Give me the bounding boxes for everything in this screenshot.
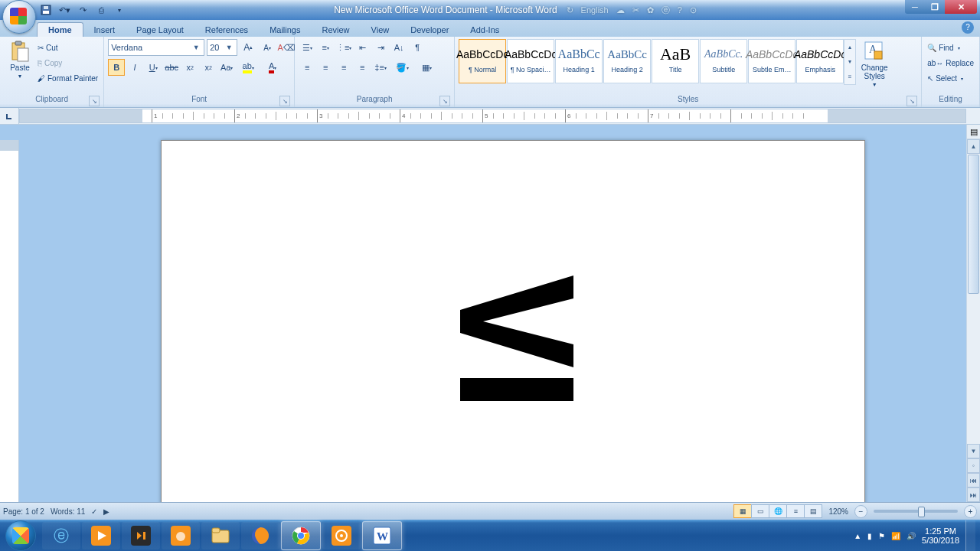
tray-flag-icon[interactable]: ⚑ xyxy=(878,532,885,540)
paste-button[interactable]: Paste ▼ xyxy=(4,39,36,79)
prev-page-button[interactable]: ⏮ xyxy=(967,473,980,487)
multilevel-button[interactable]: ⋮≡▾ xyxy=(335,39,352,56)
scissors-icon[interactable]: ✂ xyxy=(632,5,639,15)
zoom-in-button[interactable]: + xyxy=(964,505,977,518)
font-color-button[interactable]: A▾ xyxy=(261,59,284,76)
shading-button[interactable]: 🪣▾ xyxy=(390,59,413,76)
underline-button[interactable]: U▾ xyxy=(145,59,162,76)
strike-button[interactable]: abc xyxy=(163,59,180,76)
format-painter-button[interactable]: 🖌Format Painter xyxy=(38,71,98,85)
scroll-track[interactable] xyxy=(967,154,980,444)
shrink-font-button[interactable]: A▾ xyxy=(259,39,276,56)
print-layout-view[interactable]: ▦ xyxy=(733,504,752,518)
clipboard-launcher[interactable]: ↘ xyxy=(89,96,100,106)
taskbar-chrome[interactable] xyxy=(281,521,321,550)
start-button[interactable] xyxy=(0,520,41,551)
undo-icon[interactable]: ↶▾ xyxy=(58,4,70,16)
scroll-down-button[interactable]: ▼ xyxy=(967,444,980,458)
tab-view[interactable]: View xyxy=(361,23,400,37)
maximize-button[interactable]: ❐ xyxy=(925,0,945,14)
select-button[interactable]: ↖Select▾ xyxy=(927,71,974,85)
zoom-out-button[interactable]: − xyxy=(854,505,867,518)
numbering-button[interactable]: ≡▾ xyxy=(317,39,334,56)
bullets-button[interactable]: ☰▾ xyxy=(299,39,315,56)
taskbar-firefox[interactable] xyxy=(241,522,279,549)
style-item[interactable]: AaBbCcDcSubtle Em… xyxy=(748,39,795,83)
font-family-select[interactable]: Verdana▼ xyxy=(108,39,204,56)
decrease-indent-button[interactable]: ⇤ xyxy=(354,39,371,56)
minimize-button[interactable]: ─ xyxy=(905,0,925,14)
font-size-select[interactable]: 20▼ xyxy=(207,39,237,56)
style-item[interactable]: AaBbCcDcEmphasis xyxy=(796,39,844,83)
ruler-toggle-button[interactable]: ▤ xyxy=(967,125,980,139)
close-button[interactable]: ✕ xyxy=(945,0,977,14)
help-icon[interactable]: ? xyxy=(962,21,974,34)
bold-button[interactable]: B xyxy=(108,59,125,76)
subscript-button[interactable]: x2 xyxy=(181,59,198,76)
styles-launcher[interactable]: ↘ xyxy=(906,96,917,106)
font-launcher[interactable]: ↘ xyxy=(279,96,290,106)
taskbar-capture[interactable] xyxy=(322,522,361,549)
show-desktop-button[interactable] xyxy=(965,520,975,551)
styles-gallery[interactable]: AaBbCcDc¶ NormalAaBbCcDc¶ No Spaci…AaBbC… xyxy=(459,39,844,83)
save-icon[interactable] xyxy=(40,4,52,16)
fullscreen-view[interactable]: ▭ xyxy=(751,504,769,518)
styles-gallery-more[interactable]: ▴▾≡ xyxy=(844,39,856,85)
taskbar-player[interactable] xyxy=(122,522,160,549)
find-button[interactable]: 🔍Find▾ xyxy=(927,41,974,54)
change-styles-button[interactable]: A Change Styles▼ xyxy=(856,39,893,87)
style-item[interactable]: AaBbCcHeading 1 xyxy=(555,39,603,83)
align-right-button[interactable]: ≡ xyxy=(335,59,352,76)
taskbar-media[interactable] xyxy=(82,522,120,549)
borders-button[interactable]: ▦▾ xyxy=(415,59,438,76)
outline-view[interactable]: ≡ xyxy=(786,504,805,518)
scroll-up-button[interactable]: ▲ xyxy=(967,139,980,154)
page[interactable] xyxy=(161,140,865,502)
office-button[interactable] xyxy=(2,0,36,34)
tab-insert[interactable]: Insert xyxy=(83,23,126,37)
style-item[interactable]: AaBTitle xyxy=(652,39,699,83)
tray-volume-icon[interactable]: 🔊 xyxy=(906,532,916,540)
replace-button[interactable]: ab↔Replace xyxy=(927,56,974,70)
italic-button[interactable]: I xyxy=(126,59,143,76)
zoom-slider[interactable] xyxy=(874,510,958,513)
tab-selector[interactable] xyxy=(0,108,19,124)
draft-view[interactable]: ▤ xyxy=(804,504,822,518)
tray-network-icon[interactable]: 📶 xyxy=(891,532,900,540)
word-count[interactable]: Words: 11 xyxy=(51,507,85,516)
language-label[interactable]: English xyxy=(581,5,609,15)
paragraph-launcher[interactable]: ↘ xyxy=(439,96,450,106)
vertical-scrollbar[interactable]: ▤ ▲ ▼ ◦ ⏮ ⏭ xyxy=(966,125,980,502)
align-left-button[interactable]: ≡ xyxy=(299,59,315,76)
next-page-button[interactable]: ⏭ xyxy=(967,487,980,502)
style-item[interactable]: AaBbCcDc¶ No Spaci… xyxy=(507,39,554,83)
cut-button[interactable]: ✂Cut xyxy=(38,41,98,54)
taskbar-ie[interactable]: ⓔ xyxy=(42,522,80,549)
tab-review[interactable]: Review xyxy=(311,23,360,37)
refresh-icon[interactable]: ↻ xyxy=(567,5,573,15)
gear-icon[interactable]: ✿ xyxy=(647,5,654,15)
tab-page-layout[interactable]: Page Layout xyxy=(126,23,194,37)
copy-button[interactable]: ⎘Copy xyxy=(38,56,98,70)
qat-item-icon[interactable]: ⎙ xyxy=(95,4,107,16)
taskbar-camera[interactable] xyxy=(162,522,200,549)
web-view[interactable]: 🌐 xyxy=(769,504,787,518)
superscript-button[interactable]: x2 xyxy=(200,59,217,76)
horizontal-ruler[interactable]: 1234567 xyxy=(19,109,966,123)
highlight-button[interactable]: ab▾ xyxy=(237,59,260,76)
tab-home[interactable]: Home xyxy=(37,22,83,37)
change-case-button[interactable]: Aa▾ xyxy=(218,59,235,76)
align-center-button[interactable]: ≡ xyxy=(317,59,334,76)
page-indicator[interactable]: Page: 1 of 2 xyxy=(3,507,44,516)
style-item[interactable]: AaBbCcHeading 2 xyxy=(603,39,651,83)
cloud-icon[interactable]: ☁ xyxy=(616,5,625,15)
tab-developer[interactable]: Developer xyxy=(400,23,459,37)
tab-addins[interactable]: Add-Ins xyxy=(459,23,510,37)
style-item[interactable]: AaBbCc.Subtitle xyxy=(700,39,747,83)
zoom-knob[interactable] xyxy=(918,507,925,517)
tab-references[interactable]: References xyxy=(194,23,259,37)
style-item[interactable]: AaBbCcDc¶ Normal xyxy=(459,39,506,83)
taskbar-word[interactable]: W xyxy=(362,521,402,550)
help-toolbar-icon[interactable]: ? xyxy=(678,5,682,15)
show-marks-button[interactable]: ¶ xyxy=(409,39,426,56)
